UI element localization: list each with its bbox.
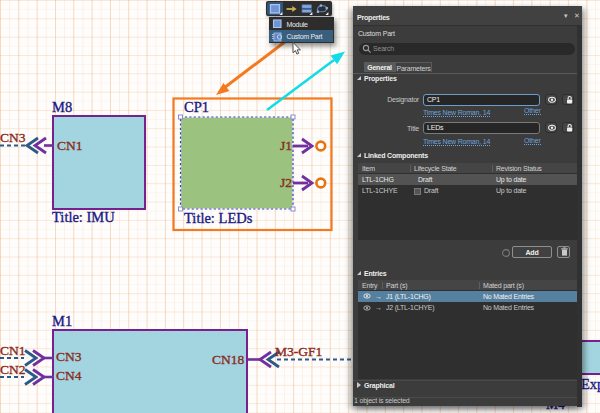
svg-text:J1: J1 [280, 138, 292, 153]
svg-text:CN2: CN2 [0, 362, 26, 377]
svg-text:CN3: CN3 [56, 349, 82, 364]
svg-text:M3-GF1: M3-GF1 [275, 344, 322, 359]
svg-text:J2: J2 [280, 175, 292, 190]
svg-text:Title: IMU: Title: IMU [52, 209, 115, 225]
svg-text:CN1: CN1 [57, 138, 83, 153]
svg-text:Title: LEDs: Title: LEDs [184, 210, 253, 226]
svg-text:CN18: CN18 [212, 352, 245, 367]
svg-text:Exp: Exp [581, 376, 600, 392]
svg-text:CN4: CN4 [56, 368, 82, 383]
svg-text:M8: M8 [52, 99, 72, 115]
svg-text:CN1: CN1 [0, 343, 26, 358]
svg-text:M1: M1 [52, 313, 72, 329]
svg-text:CN3: CN3 [0, 130, 26, 145]
svg-text:CP1: CP1 [184, 99, 209, 115]
